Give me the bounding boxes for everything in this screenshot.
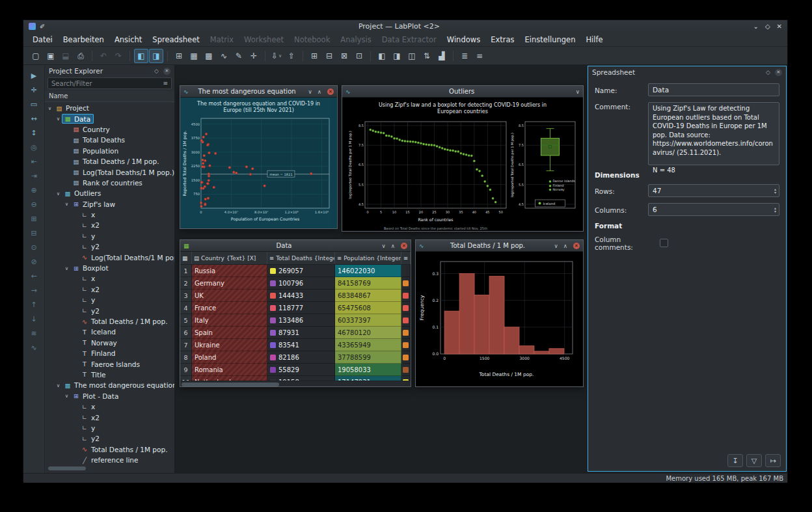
insert-column-left-button[interactable]: ◧ (375, 49, 389, 63)
expander-icon[interactable]: ∨ (63, 265, 70, 271)
new-workbook-button[interactable]: ⊞ (172, 49, 186, 63)
search-input[interactable]: Search/Filter ≡ (47, 77, 172, 89)
menu-einstellungen[interactable]: Einstellungen (520, 34, 581, 46)
spin-down-icon[interactable]: ▾ (774, 191, 776, 194)
tree-item-population[interactable]: ▤Population (45, 146, 174, 156)
country-cell[interactable]: UK (192, 290, 267, 302)
spreadsheet-hscrollbar[interactable] (180, 381, 411, 386)
tree-item-finland[interactable]: TFinland (45, 348, 174, 358)
country-cell[interactable]: Ukraine (192, 339, 267, 351)
insert-row-below-button[interactable]: ⊟ (322, 49, 336, 63)
subwindow-titlebar[interactable]: ∿ Outliers ∨ (342, 86, 583, 98)
crosshair-mode-button[interactable]: ✛ (27, 83, 41, 96)
tree-item-the-most-dangerous-equation[interactable]: ∨▩The most dangerous equation (45, 380, 174, 390)
population-cell[interactable]: 43365949 (335, 339, 401, 351)
column-comments-checkbox[interactable] (660, 239, 668, 247)
tree-item-total-deaths[interactable]: ▤Total Deaths (45, 135, 174, 145)
row-number-cell[interactable]: 8 (180, 351, 192, 364)
minimize-window-icon[interactable]: ⌄ (753, 23, 759, 30)
expander-icon[interactable]: ∨ (55, 191, 62, 196)
tree-item-log-total-deaths-1-m-pop[interactable]: ∿Log(Total Deaths/1 M pop.) (45, 252, 174, 262)
collapse-window-icon[interactable]: ∨ (554, 243, 558, 249)
extra-column-cell[interactable] (401, 364, 411, 376)
deaths-cell[interactable]: 100796 (267, 277, 335, 290)
zoom-out-x-button[interactable]: ⊟ (27, 226, 41, 239)
auto-scale-x-button[interactable]: ⇤ (27, 155, 41, 168)
tree-item-project[interactable]: ∨▨Project (45, 103, 174, 113)
save-as-button[interactable]: ↦ (765, 454, 781, 467)
toggle-project-explorer-button[interactable]: ◧ (134, 49, 148, 63)
population-cell[interactable]: 37788599 (335, 351, 401, 364)
clear-rows-button[interactable]: ⊡ (352, 49, 366, 63)
filter-options-icon[interactable]: ≡ (163, 80, 168, 87)
zoom-in-x-button[interactable]: ⊞ (27, 212, 41, 225)
tree-item-y2[interactable]: ∟y2 (45, 433, 174, 444)
zoom-in-y-button[interactable]: ⊙ (27, 241, 41, 254)
shift-left-x-button[interactable]: ← (27, 269, 41, 282)
country-cell[interactable]: Italy (192, 314, 267, 327)
column-header[interactable]: ≡Total Deaths {Integer} [Y] (267, 252, 335, 264)
menu-datei[interactable]: Datei (27, 34, 58, 46)
extra-column-cell[interactable] (401, 376, 411, 381)
expander-icon[interactable]: ∨ (46, 105, 53, 111)
menu-ansicht[interactable]: Ansicht (109, 34, 147, 46)
cursor-lines-button[interactable]: ≋ (27, 327, 41, 340)
column-header[interactable]: ≡Population {Integer} [Y] (335, 252, 401, 264)
import-file-button[interactable]: ⇩∨ (269, 49, 284, 63)
subwindow-titlebar[interactable]: ▦ Data ∨ ∧ ✕ (180, 240, 411, 252)
row-number-cell[interactable]: 10 (180, 376, 192, 381)
open-project-button[interactable]: ▣ (44, 49, 58, 63)
tree-item-zipf-s-law[interactable]: ∨⊞Zipf's law (45, 199, 174, 209)
import-file-dropdown-icon[interactable]: ∨ (278, 53, 282, 59)
window-titlebar[interactable]: ✐ Project — LabPlot <2> ⌄ ◇ ✕ (23, 20, 787, 33)
expander-icon[interactable]: ∨ (63, 201, 70, 207)
tree-item-y[interactable]: ∟y (45, 231, 174, 241)
shift-right-x-button[interactable]: → (27, 284, 41, 297)
export-button[interactable]: ⇧ (284, 49, 299, 63)
restore-window-icon[interactable]: ∧ (391, 243, 395, 249)
tree-item-outliers[interactable]: ∨▩Outliers (45, 188, 174, 198)
outliers-window[interactable]: ∿ Outliers ∨ Using Zipf's law and a boxp… (342, 85, 584, 232)
menu-bearbeiten[interactable]: Bearbeiten (58, 34, 109, 46)
tree-item-total-deaths-1m-pop[interactable]: ∿Total Deaths / 1M pop. (45, 444, 174, 455)
extra-column-cell[interactable] (401, 314, 411, 327)
column-header[interactable]: ≡ (401, 252, 411, 264)
tree-item-title[interactable]: TTitle (45, 370, 174, 380)
deaths-cell[interactable]: 133486 (267, 314, 335, 327)
country-cell[interactable]: Germany (192, 277, 267, 290)
tree-item-x[interactable]: ∟x (45, 273, 174, 284)
spin-down-icon[interactable]: ▾ (774, 209, 776, 213)
plot-data-button[interactable]: ▟ (435, 49, 449, 63)
menu-hilfe[interactable]: Hilfe (580, 34, 608, 46)
name-input[interactable]: Data (648, 83, 779, 96)
tree-item-x2[interactable]: ∟x2 (45, 284, 174, 295)
float-dock-icon[interactable]: ◇ (766, 69, 770, 75)
population-cell[interactable]: 19058033 (335, 364, 401, 376)
remove-rows-button[interactable]: ⊠ (337, 49, 351, 63)
extra-column-cell[interactable] (401, 290, 411, 302)
deaths-cell[interactable]: 87931 (267, 327, 335, 339)
country-cell[interactable]: Poland (192, 351, 267, 364)
close-dock-icon[interactable]: ✕ (775, 69, 782, 76)
population-cell[interactable]: 46780120 (335, 327, 401, 339)
population-cell[interactable]: 146022030 (335, 265, 401, 277)
collapse-window-icon[interactable]: ∨ (576, 88, 580, 95)
restore-window-icon[interactable]: ∧ (318, 88, 321, 95)
deaths-cell[interactable]: 83541 (267, 339, 335, 351)
extra-column-cell[interactable] (401, 351, 411, 364)
new-project-button[interactable]: ▢ (29, 49, 43, 63)
collapse-window-icon[interactable]: ∨ (382, 243, 386, 249)
restore-window-icon[interactable]: ∧ (563, 243, 567, 249)
expander-icon[interactable]: ∨ (55, 383, 62, 388)
row-number-cell[interactable]: 5 (180, 314, 192, 327)
tree-item-plot-data[interactable]: ∨⊞Plot - Data (45, 391, 174, 401)
zoom-y-select-button[interactable]: ↕ (27, 126, 41, 139)
row-statistics-button[interactable]: ≣ (457, 49, 472, 63)
new-matrix-button[interactable]: ▩ (202, 49, 216, 63)
deaths-cell[interactable]: 118777 (267, 302, 335, 314)
print-button[interactable]: ⎙ (74, 49, 88, 63)
explorer-hscrollbar[interactable] (47, 466, 172, 471)
tree-item-log-total-deaths-1-m-pop[interactable]: ▤Log(Total Deaths/1 M pop.) (45, 167, 174, 177)
tree-item-rank-of-countries[interactable]: ▤Rank of countries (45, 178, 174, 188)
save-button[interactable]: ▽ (746, 454, 762, 467)
